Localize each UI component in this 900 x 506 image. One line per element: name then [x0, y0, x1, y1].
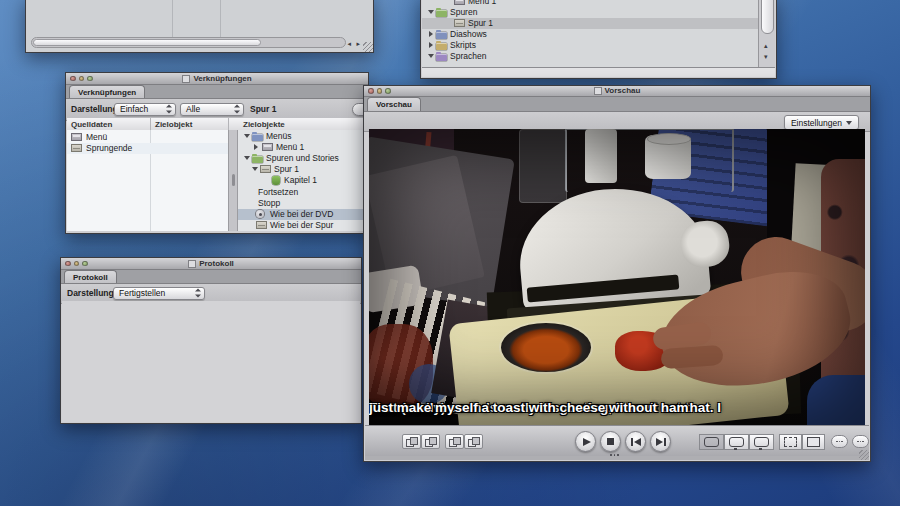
- scroll-left-icon[interactable]: ◂: [347, 40, 351, 47]
- fit-screen-button[interactable]: [779, 434, 802, 450]
- popup-arrows-icon: [234, 105, 240, 114]
- scroll-down-icon[interactable]: ▾: [764, 53, 768, 60]
- window-vorschau[interactable]: Vorschau Vorschau Einstellungen: [363, 85, 871, 462]
- window-verknuepfungen[interactable]: Verknüpfungen Verknüpfungen Darstellung:…: [65, 72, 369, 234]
- disclosure-closed-icon[interactable]: [429, 42, 433, 48]
- display-mode-button-2[interactable]: [724, 434, 749, 450]
- titlebar[interactable]: Verknüpfungen: [66, 73, 368, 85]
- jump-title-button[interactable]: [421, 434, 440, 449]
- list-item[interactable]: Skripts: [422, 40, 759, 51]
- close-icon[interactable]: [65, 261, 71, 267]
- target-tree: Menüs Menü 1 Spuren und Stories Spur 1 K…: [238, 130, 367, 231]
- tree-item[interactable]: Spur 1: [238, 164, 367, 175]
- source-list: Menü Sprungende: [67, 130, 228, 231]
- scrollbar-thumb[interactable]: [761, 0, 774, 34]
- outline-row-label: Diashows: [450, 30, 487, 39]
- tab-vorschau[interactable]: Vorschau: [367, 97, 421, 111]
- list-item[interactable]: Menü 1: [422, 0, 759, 7]
- zoom-icon[interactable]: [82, 261, 88, 267]
- chevron-down-icon: [846, 121, 852, 125]
- horizontal-scrollbar[interactable]: [31, 37, 346, 48]
- chapter-icon: [272, 176, 280, 185]
- disclosure-closed-icon[interactable]: [254, 144, 258, 150]
- tree-item-label: Menü 1: [276, 143, 304, 152]
- tree-item-label: Spuren und Stories: [266, 154, 339, 163]
- resize-grip[interactable]: [859, 450, 869, 460]
- scroll-right-icon[interactable]: ▸: [356, 40, 360, 47]
- window-track-editor-partial[interactable]: ◂ ▸: [25, 0, 374, 53]
- step-backward-icon: [631, 438, 641, 446]
- titlebar[interactable]: Protokoll: [61, 258, 361, 270]
- return-button[interactable]: [445, 434, 464, 449]
- tab-verknuepfungen[interactable]: Verknüpfungen: [69, 85, 145, 98]
- disclosure-open-icon[interactable]: [428, 54, 434, 58]
- view-label: Darstellung:: [67, 289, 117, 298]
- jump-menu-button[interactable]: [402, 434, 421, 449]
- list-item[interactable]: Spuren: [422, 7, 759, 18]
- view-popup[interactable]: Fertigstellen: [113, 287, 205, 300]
- view-popup[interactable]: Einfach: [114, 103, 176, 116]
- scrollbar-thumb[interactable]: [33, 39, 261, 46]
- scroll-up-icon[interactable]: ▴: [764, 42, 768, 49]
- tree-item[interactable]: Stopp: [238, 198, 367, 209]
- vertical-scrollbar[interactable]: ▴ ▾: [758, 0, 775, 67]
- column-header-zielobjekt[interactable]: Zielobjekt: [151, 118, 229, 130]
- folder-purple-icon: [436, 54, 447, 61]
- window-outline[interactable]: Menü 1 Spuren Spur 1 Diashows: [420, 0, 777, 79]
- menu-pages-icon: [425, 437, 436, 446]
- tree-item[interactable]: Wie bei der Spur: [238, 220, 367, 231]
- disclosure-open-icon[interactable]: [252, 167, 258, 171]
- tree-item[interactable]: Fortsetzen: [238, 187, 367, 198]
- tab-protokoll[interactable]: Protokoll: [64, 270, 117, 283]
- video-preview[interactable]: That (really) sounds really disgusting, …: [369, 129, 865, 425]
- column-header-zielobjekte[interactable]: Zielobjekte: [239, 118, 367, 130]
- angle-button[interactable]: [464, 434, 483, 449]
- disclosure-open-icon[interactable]: [244, 156, 250, 160]
- titlebar[interactable]: Vorschau: [364, 86, 870, 97]
- disclosure-open-icon[interactable]: [244, 134, 250, 138]
- tree-item-label: Menüs: [266, 132, 292, 141]
- pane-splitter[interactable]: [228, 130, 238, 231]
- outline-row-label: Skripts: [450, 41, 476, 50]
- close-icon[interactable]: [70, 76, 76, 82]
- minimize-icon[interactable]: [74, 261, 80, 267]
- disclosure-open-icon[interactable]: [428, 10, 434, 14]
- close-icon[interactable]: [368, 88, 374, 94]
- stop-button[interactable]: [600, 431, 621, 452]
- step-backward-button[interactable]: [625, 431, 646, 452]
- list-item[interactable]: Sprungende: [67, 143, 228, 154]
- resize-grip[interactable]: [363, 42, 373, 52]
- minimize-icon[interactable]: [377, 88, 383, 94]
- list-item-selected[interactable]: Spur 1: [422, 18, 759, 29]
- slow-backward-button[interactable]: [831, 435, 848, 448]
- zoom-icon[interactable]: [385, 88, 391, 94]
- step-forward-button[interactable]: [650, 431, 671, 452]
- tree-item[interactable]: Kapitel 1: [238, 175, 367, 186]
- actual-size-button[interactable]: [802, 434, 825, 450]
- column-header-quelldaten[interactable]: Quelldaten: [67, 118, 151, 130]
- filter-popup[interactable]: Alle: [180, 103, 244, 116]
- play-button[interactable]: [575, 431, 596, 452]
- outline-list: Menü 1 Spuren Spur 1 Diashows: [422, 0, 759, 67]
- zoom-icon[interactable]: [87, 76, 93, 82]
- settings-popup-button[interactable]: Einstellungen: [784, 115, 859, 130]
- tree-item[interactable]: Menüs: [238, 131, 367, 142]
- tab-strip: Protokoll: [61, 270, 361, 284]
- display-mode-button-3[interactable]: [749, 434, 774, 450]
- tree-item-label: Kapitel 1: [284, 176, 317, 185]
- tree-item[interactable]: Spuren und Stories: [238, 153, 367, 164]
- slow-forward-button[interactable]: [852, 435, 869, 448]
- folder-slate-icon: [436, 32, 447, 39]
- disclosure-closed-icon[interactable]: [429, 31, 433, 37]
- list-item[interactable]: Diashows: [422, 29, 759, 40]
- tree-item-selected[interactable]: Wie bei der DVD: [238, 209, 367, 220]
- tree-item[interactable]: Menü 1: [238, 142, 367, 153]
- minimize-icon[interactable]: [79, 76, 85, 82]
- window-controls: [368, 88, 391, 94]
- display-stand-icon: [754, 437, 769, 447]
- window-protokoll[interactable]: Protokoll Protokoll Darstellung: Fertigs…: [60, 257, 362, 424]
- list-item[interactable]: Menü: [67, 132, 228, 143]
- list-item[interactable]: Sprachen: [422, 51, 759, 62]
- display-mode-button-1[interactable]: [699, 434, 724, 450]
- source-row-label: Menü: [86, 133, 107, 142]
